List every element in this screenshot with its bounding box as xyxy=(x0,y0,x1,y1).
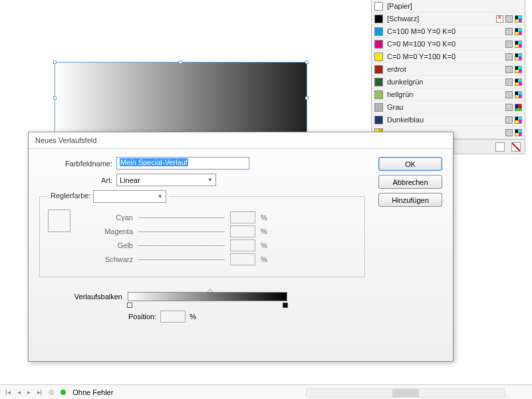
swatch-color xyxy=(374,27,383,36)
prev-page-icon[interactable]: ◂ xyxy=(17,388,21,396)
swatch-type-icon xyxy=(505,15,513,23)
cmyk-icon xyxy=(515,91,522,98)
swatch-type-icon xyxy=(505,66,513,73)
resize-handle[interactable] xyxy=(305,61,309,64)
last-page-icon[interactable]: ▸| xyxy=(37,388,43,396)
name-label: Farbfeldname: xyxy=(39,160,112,168)
black-label: Schwarz xyxy=(80,255,133,263)
swatch-type-icon xyxy=(505,28,513,35)
gradient-stop-end[interactable] xyxy=(283,303,288,308)
horizontal-scrollbar[interactable] xyxy=(306,388,505,398)
position-input[interactable] xyxy=(160,311,186,323)
percent-label: % xyxy=(261,227,267,235)
yellow-input[interactable] xyxy=(230,239,255,251)
swatch-type-icon xyxy=(505,78,513,86)
swatch-row[interactable]: C=0 M=0 Y=100 K=0 xyxy=(372,51,525,63)
swatch-row[interactable]: erdrot xyxy=(372,63,525,76)
delete-swatch-icon[interactable] xyxy=(511,142,521,152)
swatch-row[interactable]: hellgrün xyxy=(372,88,525,101)
swatch-name: Grau xyxy=(387,103,505,111)
stopcolor-dropdown[interactable] xyxy=(93,190,166,203)
magenta-slider[interactable] xyxy=(138,231,225,232)
swatch-name: C=0 M=0 Y=100 K=0 xyxy=(387,53,505,61)
swatch-color xyxy=(374,53,383,61)
swatch-row[interactable]: C=0 M=100 Y=0 K=0 xyxy=(372,38,525,51)
type-label: Art: xyxy=(39,176,112,184)
cmyk-icon xyxy=(515,116,522,124)
yellow-slider[interactable] xyxy=(138,245,225,246)
next-page-icon[interactable]: ▸ xyxy=(27,388,31,396)
swatch-row[interactable]: [Schwarz] xyxy=(372,13,525,25)
swatch-name: [Papier] xyxy=(387,2,522,10)
swatch-name: C=0 M=100 Y=0 K=0 xyxy=(387,40,505,48)
resize-handle[interactable] xyxy=(179,61,182,64)
resize-handle[interactable] xyxy=(53,96,57,100)
magenta-label: Magenta xyxy=(80,227,133,235)
cancel-button[interactable]: Abbrechen xyxy=(378,175,442,189)
percent-label: % xyxy=(261,213,267,221)
swatch-name: [Schwarz] xyxy=(387,15,496,23)
cmyk-icon xyxy=(515,66,522,73)
new-gradient-dialog: Neues Verlaufsfeld Farbfeldname: Mein Sp… xyxy=(28,132,454,362)
swatch-name: C=100 M=0 Y=0 K=0 xyxy=(387,27,505,35)
resize-handle[interactable] xyxy=(53,61,57,64)
new-swatch-icon[interactable] xyxy=(495,142,505,152)
canvas-gradient-rect[interactable] xyxy=(55,62,307,135)
swatch-row[interactable]: Dunkelblau xyxy=(372,114,525,126)
type-dropdown[interactable]: Linear xyxy=(116,174,216,186)
midpoint-icon[interactable]: ◇ xyxy=(207,287,213,295)
swatch-row[interactable]: C=100 M=0 Y=0 K=0 xyxy=(372,25,525,38)
swatch-color xyxy=(374,90,383,99)
statusbar: |◂ ◂ ▸ ▸| ⊙ Ohne Fehler xyxy=(0,384,532,399)
cyan-slider[interactable] xyxy=(138,217,225,218)
swatch-name: Dunkelblau xyxy=(387,116,505,124)
gradbar-label: Verlaufsbalken xyxy=(39,293,122,301)
position-label: Position: xyxy=(128,313,156,321)
percent-label: % xyxy=(261,255,267,263)
cyan-input[interactable] xyxy=(230,211,255,223)
cmyk-icon xyxy=(515,78,522,86)
black-slider[interactable] xyxy=(138,259,225,260)
swatch-name: erdrot xyxy=(387,65,505,73)
cmyk-icon xyxy=(515,28,522,35)
rgb-icon xyxy=(515,104,522,111)
status-ok-icon xyxy=(61,390,66,395)
preflight-menu-icon[interactable]: ⊙ xyxy=(49,388,54,396)
swatch-color xyxy=(374,15,383,23)
resize-handle[interactable] xyxy=(305,96,309,100)
cmyk-icon xyxy=(515,129,522,136)
swatch-color xyxy=(374,40,383,49)
swatch-name: dunkelgrün xyxy=(387,78,505,86)
black-input[interactable] xyxy=(230,253,255,265)
cmyk-icon xyxy=(515,41,522,48)
cyan-label: Cyan xyxy=(80,213,133,221)
gradient-ramp[interactable]: ◇ xyxy=(128,292,287,301)
add-button[interactable]: Hinzufügen xyxy=(378,193,442,207)
swatch-type-icon xyxy=(505,91,513,98)
no-edit-icon xyxy=(496,15,503,23)
swatch-type-icon xyxy=(505,104,513,111)
swatch-row[interactable]: dunkelgrün xyxy=(372,76,525,88)
gradient-stop-start[interactable] xyxy=(127,303,132,308)
swatch-type-icon xyxy=(505,129,513,136)
name-input[interactable]: Mein Special-Verlauf xyxy=(116,157,249,170)
color-preview xyxy=(48,209,70,232)
swatch-type-icon xyxy=(505,41,513,48)
yellow-label: Gelb xyxy=(80,241,133,249)
magenta-input[interactable] xyxy=(230,225,255,237)
swatch-row[interactable]: [Papier] xyxy=(372,0,525,13)
preflight-status[interactable]: Ohne Fehler xyxy=(72,388,113,396)
dialog-title: Neues Verlaufsfeld xyxy=(29,132,453,149)
swatch-color xyxy=(374,116,383,124)
swatch-row[interactable]: Grau xyxy=(372,101,525,114)
swatch-color xyxy=(374,2,383,11)
swatch-color xyxy=(374,65,383,74)
stop-color-group: Reglerfarbe: Cyan% Magenta% Gelb% Schwar… xyxy=(39,190,365,277)
swatch-type-icon xyxy=(505,116,513,124)
ok-button[interactable]: OK xyxy=(378,157,442,171)
first-page-icon[interactable]: |◂ xyxy=(5,388,11,396)
percent-label: % xyxy=(261,241,267,249)
swatch-type-icon xyxy=(505,53,513,61)
stopcolor-label: Reglerfarbe: xyxy=(51,192,91,200)
percent-label: % xyxy=(190,313,196,321)
